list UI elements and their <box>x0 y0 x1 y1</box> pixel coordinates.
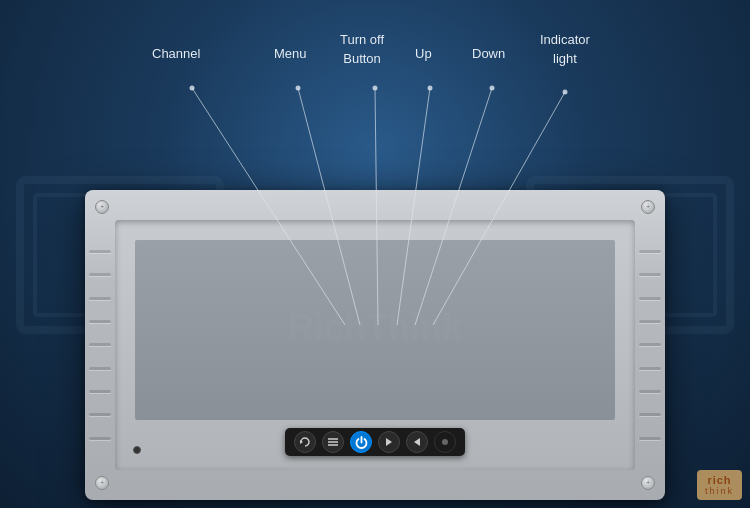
logo-watermark: rich think <box>697 470 742 500</box>
turn-off-button-label: Turn off Button <box>340 30 384 68</box>
down-label: Down <box>472 44 505 63</box>
channel-label: Channel <box>152 44 200 63</box>
up-label: Up <box>415 44 432 63</box>
indicator-light-label: Indicator light <box>540 30 590 68</box>
menu-label: Menu <box>274 44 307 63</box>
annotations: Channel Menu Turn off Button Up Down Ind… <box>0 0 750 508</box>
